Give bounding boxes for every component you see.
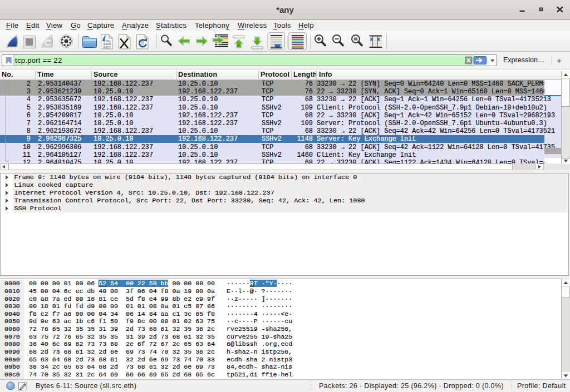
svg-text:0111: 0111 bbox=[104, 46, 111, 49]
